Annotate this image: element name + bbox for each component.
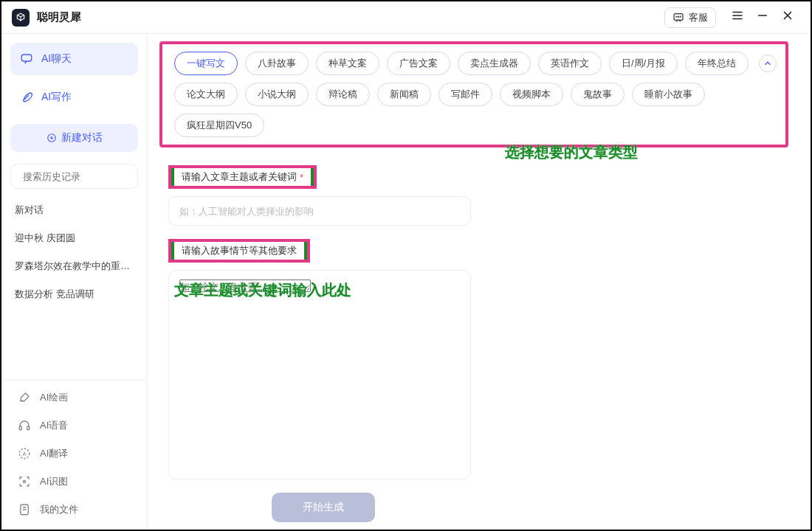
template-chips-panel: 一键写文八卦故事种草文案广告文案卖点生成器英语作文日/周/月报年终总结论文大纲小… [159, 41, 788, 148]
tool-ai-voice[interactable]: AI语音 [1, 412, 147, 440]
svg-point-11 [24, 481, 26, 483]
template-chip[interactable]: 小说大纲 [245, 83, 309, 106]
svg-rect-4 [21, 55, 32, 61]
tool-label: 我的文件 [40, 503, 78, 516]
history-list: 新对话 迎中秋 庆团圆 罗森塔尔效在教学中的重要... 数据分析 竞品调研 [1, 195, 147, 310]
field-label-topic-highlight: 请输入文章主题或者关键词 * [168, 165, 317, 189]
svg-rect-8 [27, 426, 30, 430]
history-item[interactable]: 新对话 [1, 196, 147, 224]
template-chip[interactable]: 视频脚本 [500, 83, 563, 106]
nav-ai-chat-label: AI聊天 [41, 52, 72, 66]
detail-input-wrap [168, 270, 471, 479]
svg-rect-7 [19, 426, 21, 430]
template-chip[interactable]: 鬼故事 [571, 83, 625, 106]
titlebar: 聪明灵犀 客服 [1, 1, 811, 34]
field-label-topic: 请输入文章主题或者关键词 [182, 170, 297, 184]
tool-ai-translate[interactable]: A AI翻译 [1, 440, 147, 468]
topic-input-wrap [168, 196, 471, 226]
search-input[interactable] [23, 171, 147, 182]
history-item[interactable]: 罗森塔尔效在教学中的重要... [1, 252, 147, 280]
window-minimize-button[interactable] [753, 9, 772, 26]
template-chip[interactable]: 种草文案 [316, 52, 379, 75]
annotation-input-here: 文章主题或关键词输入此处 [174, 280, 351, 300]
template-chip[interactable]: 英语作文 [538, 52, 602, 75]
sidebar: AI聊天 AI写作 新建对话 新对话 迎中秋 庆团圆 罗森塔尔效在教学中的重要.… [1, 34, 148, 530]
collapse-icon[interactable] [759, 55, 777, 72]
scan-icon [18, 475, 31, 488]
tool-label: AI识图 [40, 475, 68, 488]
svg-text:A: A [22, 451, 26, 457]
nav-ai-write-label: AI写作 [41, 91, 72, 104]
nav-ai-write[interactable]: AI写作 [10, 81, 138, 114]
tool-label: AI语音 [40, 419, 68, 432]
field-label-detail: 请输入故事情节等其他要求 [182, 244, 297, 257]
app-logo [12, 9, 30, 27]
tool-ai-paint[interactable]: AI绘画 [1, 384, 147, 412]
template-chip[interactable]: 疯狂星期四V50 [174, 114, 264, 137]
headphones-icon [18, 419, 31, 432]
template-chip[interactable]: 辩论稿 [316, 83, 370, 106]
tool-ai-ocr[interactable]: AI识图 [1, 468, 147, 496]
new-chat-label: 新建对话 [61, 131, 103, 145]
field-label-detail-highlight: 请输入故事情节等其他要求 [168, 239, 310, 263]
tool-label: AI绘画 [40, 391, 68, 404]
tool-label: AI翻译 [40, 447, 68, 460]
svg-point-1 [676, 16, 677, 17]
template-chip[interactable]: 写邮件 [438, 83, 492, 106]
template-chip[interactable]: 睡前小故事 [632, 83, 705, 106]
search-box[interactable] [10, 164, 138, 189]
history-item[interactable]: 数据分析 竞品调研 [1, 280, 147, 308]
template-chip[interactable]: 日/周/月报 [609, 52, 678, 75]
translate-icon: A [18, 447, 31, 460]
chat-icon [19, 52, 34, 66]
customer-service-label: 客服 [689, 11, 708, 24]
customer-service-button[interactable]: 客服 [664, 7, 716, 28]
app-title: 聪明灵犀 [37, 10, 81, 24]
tool-my-files[interactable]: 我的文件 [1, 496, 147, 524]
generate-label: 开始生成 [303, 501, 344, 514]
history-item[interactable]: 迎中秋 庆团圆 [1, 224, 147, 252]
template-chip[interactable]: 年终总结 [685, 52, 749, 75]
template-chip[interactable]: 广告文案 [387, 52, 450, 75]
required-mark: * [300, 172, 303, 183]
nav-ai-chat[interactable]: AI聊天 [10, 43, 138, 75]
topic-input[interactable] [179, 206, 460, 217]
template-chip[interactable]: 论文大纲 [174, 83, 238, 106]
window-menu-button[interactable] [728, 9, 747, 26]
feather-icon [19, 90, 34, 105]
template-chip[interactable]: 卖点生成器 [458, 52, 531, 75]
svg-point-2 [678, 16, 679, 17]
template-chip[interactable]: 八卦故事 [245, 52, 309, 75]
new-chat-button[interactable]: 新建对话 [10, 124, 138, 152]
generate-button[interactable]: 开始生成 [272, 493, 375, 522]
window-close-button[interactable] [778, 9, 797, 26]
brush-icon [18, 391, 31, 404]
template-chip[interactable]: 新闻稿 [377, 83, 431, 106]
file-icon [18, 503, 31, 516]
template-chip[interactable]: 一键写文 [174, 52, 238, 75]
svg-point-3 [680, 16, 681, 17]
annotation-select-type: 选择想要的文章类型 [505, 142, 638, 162]
